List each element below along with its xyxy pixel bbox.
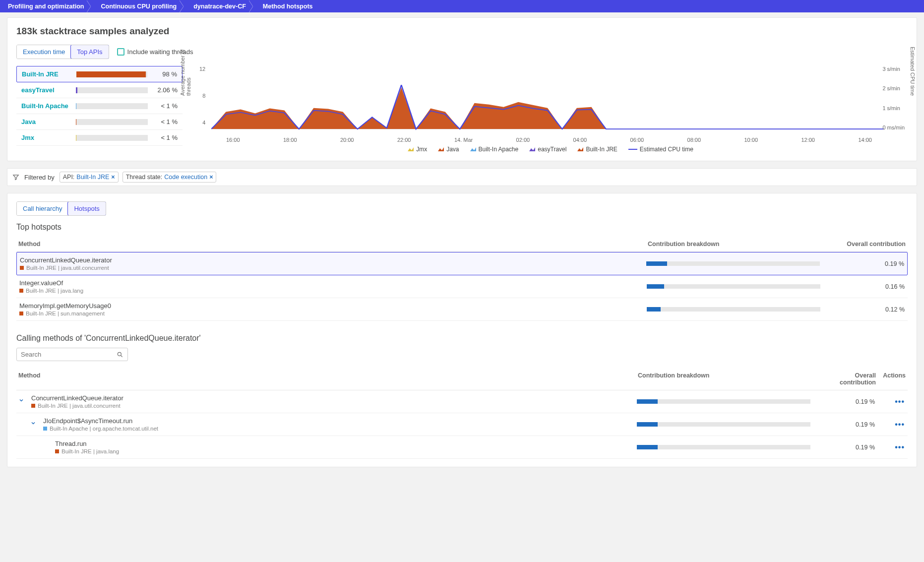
api-bar [76, 71, 147, 77]
svg-point-1 [118, 352, 121, 356]
breakdown-bar [637, 399, 810, 404]
api-row[interactable]: Java < 1 % [16, 114, 183, 130]
api-row[interactable]: Jmx < 1 % [16, 130, 183, 146]
hotspot-row[interactable]: Integer.valueOf Built-In JRE | java.lang… [16, 275, 908, 298]
view-tabs-row: Execution time Top APIs Include waiting … [16, 45, 908, 59]
chevron-down-icon[interactable] [30, 420, 36, 428]
method-name: ConcurrentLinkedQueue.iterator [31, 394, 637, 402]
calling-header: Method Contribution breakdown Overall co… [16, 368, 908, 390]
svg-line-2 [121, 355, 123, 357]
chart-legend: JmxJavaBuilt-In ApacheeasyTravelBuilt-In… [193, 146, 908, 153]
col-overall-header: Overall contribution [826, 372, 876, 386]
legend-label: easyTravel [538, 146, 566, 153]
api-row[interactable]: Built-In JRE 98 % [16, 66, 183, 82]
hotspots-header: Method Contribution breakdown Overall co… [16, 237, 908, 252]
breadcrumb-label: Method hotspots [263, 3, 313, 10]
more-actions-icon[interactable]: ••• [895, 397, 905, 406]
api-pct: 98 % [152, 70, 177, 78]
search-icon [117, 351, 123, 358]
calling-row[interactable]: JIoEndpoint$AsyncTimeout.run Built-In Ap… [16, 413, 908, 436]
chip-value: Built-In JRE [76, 174, 109, 181]
legend-swatch-icon [438, 147, 444, 151]
filter-bar: Filtered by API: Built-In JRE ×Thread st… [7, 168, 917, 186]
api-name: Jmx [21, 134, 71, 141]
hotspot-row[interactable]: ConcurrentLinkedQueue.iterator Built-In … [16, 252, 908, 275]
col-method-header: Method [18, 372, 638, 386]
filter-chip[interactable]: Thread state: Code execution × [123, 172, 217, 183]
method-sub: Built-In Apache | org.apache.tomcat.util… [43, 426, 637, 432]
legend-item[interactable]: Java [438, 146, 459, 153]
api-name: Built-In Apache [21, 102, 71, 110]
page-title: 183k stacktrace samples analyzed [16, 26, 908, 37]
api-color-icon [43, 427, 47, 431]
thread-chart: Average number ofthreads Estimated CPU t… [193, 66, 908, 153]
legend-item[interactable]: easyTravel [529, 146, 566, 153]
col-actions-header: Actions [876, 372, 906, 386]
search-input-wrap[interactable] [16, 348, 128, 361]
legend-item[interactable]: Jmx [408, 146, 427, 153]
legend-swatch-icon [470, 147, 476, 151]
calling-row[interactable]: ConcurrentLinkedQueue.iterator Built-In … [16, 390, 908, 413]
api-row[interactable]: Built-In Apache < 1 % [16, 98, 183, 114]
filter-icon [12, 174, 19, 181]
overall-pct: 0.19 % [835, 260, 904, 267]
api-color-icon [20, 266, 24, 270]
api-color-icon [31, 404, 35, 408]
close-icon[interactable]: × [111, 174, 115, 181]
more-actions-icon[interactable]: ••• [895, 443, 905, 451]
breadcrumb-item[interactable]: Method hotspots [258, 0, 318, 12]
calling-row[interactable]: Thread.run Built-In JRE | java.lang 0.19… [16, 436, 908, 459]
overall-pct: 0.19 % [825, 421, 875, 428]
tab-hotspots[interactable]: Hotspots [67, 201, 106, 216]
legend-item[interactable]: Built-In Apache [470, 146, 519, 153]
legend-swatch-icon [577, 147, 583, 151]
tab-top-apis[interactable]: Top APIs [70, 45, 109, 59]
breadcrumb-item[interactable]: dynatrace-dev-CF [188, 0, 258, 12]
legend-label: Built-In JRE [586, 146, 617, 153]
api-bar [76, 135, 148, 141]
breadcrumb-label: dynatrace-dev-CF [193, 3, 246, 10]
api-name: Built-In JRE [22, 70, 71, 78]
api-name: Java [21, 118, 71, 125]
method-name: ConcurrentLinkedQueue.iterator [20, 256, 646, 264]
chevron-down-icon[interactable] [18, 397, 24, 405]
chip-key: API: [63, 174, 75, 181]
api-color-icon [19, 289, 23, 293]
breadcrumb-item[interactable]: Continuous CPU profiling [96, 0, 188, 12]
filter-chip[interactable]: API: Built-In JRE × [60, 172, 119, 183]
more-actions-icon[interactable]: ••• [895, 420, 905, 429]
chevron-right-icon [180, 0, 184, 12]
checkbox-icon [117, 48, 124, 56]
api-color-icon [55, 449, 59, 453]
method-name: MemoryImpl.getMemoryUsage0 [19, 302, 647, 310]
api-bar [76, 119, 148, 125]
search-input[interactable] [21, 351, 117, 358]
api-name: easyTravel [21, 86, 71, 94]
breakdown-bar [637, 422, 810, 427]
legend-swatch-icon [529, 147, 535, 151]
legend-item[interactable]: Built-In JRE [577, 146, 617, 153]
chart-area[interactable] [211, 66, 884, 135]
close-icon[interactable]: × [209, 174, 213, 181]
chart-y-left-ticks: 1284 [199, 66, 205, 125]
legend-label: Java [446, 146, 459, 153]
legend-item[interactable]: Estimated CPU time [628, 146, 693, 153]
chevron-right-icon [87, 0, 91, 12]
tab-execution-time[interactable]: Execution time [17, 45, 71, 59]
overall-pct: 0.19 % [825, 398, 875, 405]
tab-call-hierarchy[interactable]: Call hierarchy [17, 202, 68, 215]
legend-label: Built-In Apache [479, 146, 519, 153]
legend-label: Jmx [416, 146, 427, 153]
api-pct: < 1 % [153, 102, 178, 110]
method-sub: Built-In JRE | java.lang [19, 288, 647, 294]
breadcrumb-item[interactable]: Profiling and optimization [3, 0, 96, 12]
method-sub: Built-In JRE | java.util.concurrent [31, 403, 637, 409]
breadcrumb-label: Profiling and optimization [8, 3, 84, 10]
method-sub: Built-In JRE | java.util.concurrent [20, 265, 646, 271]
api-row[interactable]: easyTravel 2.06 % [16, 82, 183, 98]
calling-title-method: ConcurrentLinkedQueue.iterator [86, 334, 199, 342]
hotspot-row[interactable]: MemoryImpl.getMemoryUsage0 Built-In JRE … [16, 298, 908, 321]
breakdown-bar [646, 261, 820, 266]
chip-value: Code execution [164, 174, 207, 181]
method-name: Thread.run [55, 440, 637, 447]
